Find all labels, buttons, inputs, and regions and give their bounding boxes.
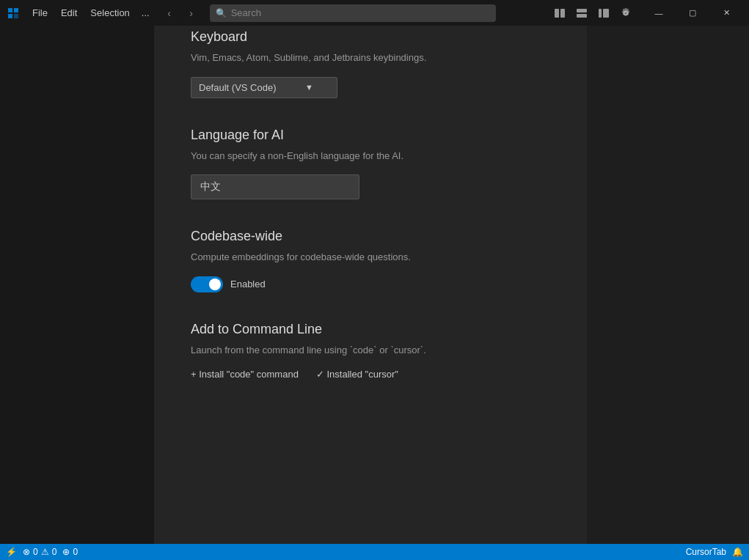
menu-edit[interactable]: Edit (55, 5, 83, 21)
status-right: CursorTab 🔔 (686, 547, 743, 557)
warning-count: 0 (52, 547, 57, 557)
svg-rect-5 (560, 9, 565, 18)
menu-more[interactable]: ... (137, 5, 154, 21)
command-items: + Install "code" command ✓ Installed "cu… (191, 369, 550, 380)
bell-icon: 🔔 (732, 547, 743, 557)
keyboard-dropdown[interactable]: Default (VS Code) ▼ (191, 77, 337, 98)
svg-rect-0 (8, 8, 12, 12)
errors-indicator[interactable]: ⊗ 0 ⚠ 0 (23, 547, 56, 557)
bell-button[interactable]: 🔔 (732, 547, 743, 557)
svg-rect-9 (603, 9, 609, 18)
command-line-section: Add to Command Line Launch from the comm… (191, 322, 550, 380)
back-button[interactable]: ‹ (160, 4, 179, 23)
dropdown-arrow-icon: ▼ (305, 83, 313, 92)
keyboard-dropdown-wrapper: Default (VS Code) ▼ (191, 77, 337, 98)
keyboard-section: Keyboard Vim, Emacs, Atom, Sublime, and … (191, 29, 550, 98)
keyboard-description: Vim, Emacs, Atom, Sublime, and Jetbrains… (191, 51, 550, 65)
menu-selection[interactable]: Selection (84, 5, 135, 21)
search-placeholder: Search (231, 7, 261, 18)
command-line-title: Add to Command Line (191, 322, 550, 337)
maximize-button[interactable]: ▢ (676, 0, 709, 26)
layout2-button[interactable] (571, 3, 592, 23)
language-ai-title: Language for AI (191, 128, 550, 143)
settings-button[interactable] (615, 3, 636, 23)
command-line-description: Launch from the command line using `code… (191, 343, 550, 358)
language-ai-input[interactable] (191, 174, 359, 199)
warning-icon: ⚠ (41, 547, 49, 557)
language-ai-description: You can specify a non-English language f… (191, 149, 550, 163)
left-sidebar-bg (0, 26, 154, 544)
install-code-button[interactable]: + Install "code" command (191, 369, 299, 380)
toggle-label: Enabled (230, 279, 266, 290)
port-count: 0 (73, 547, 78, 557)
svg-rect-8 (599, 9, 602, 18)
remote-indicator[interactable]: ⚡ (6, 547, 17, 557)
toggle-thumb (209, 279, 221, 290)
settings-panel: Keyboard Vim, Emacs, Atom, Sublime, and … (154, 0, 587, 560)
search-icon: 🔍 (216, 8, 227, 18)
window-controls: — ▢ ✕ (642, 0, 743, 26)
search-bar[interactable]: 🔍 Search (210, 4, 496, 22)
remote-icon: ⚡ (6, 547, 17, 557)
toggle-track[interactable] (191, 276, 223, 292)
keyboard-title: Keyboard (191, 29, 550, 45)
port-indicator[interactable]: ⊕ 0 (62, 547, 78, 557)
svg-rect-1 (14, 8, 18, 12)
codebase-wide-title: Codebase-wide (191, 229, 550, 244)
keyboard-dropdown-value: Default (VS Code) (199, 82, 277, 93)
right-bg (587, 26, 749, 544)
cursor-tab-indicator[interactable]: CursorTab (686, 547, 726, 557)
codebase-wide-description: Compute embeddings for codebase-wide que… (191, 250, 550, 265)
layout1-button[interactable] (549, 3, 570, 23)
menu-bar: File Edit Selection ... (26, 5, 154, 21)
close-button[interactable]: ✕ (709, 0, 743, 26)
error-icon: ⊗ (23, 547, 30, 557)
port-icon: ⊕ (62, 547, 70, 557)
title-bar: File Edit Selection ... ‹ › 🔍 Search — ▢ (0, 0, 749, 26)
svg-rect-3 (14, 14, 18, 18)
svg-rect-4 (555, 9, 559, 18)
codebase-wide-section: Codebase-wide Compute embeddings for cod… (191, 229, 550, 292)
forward-button[interactable]: › (182, 4, 201, 23)
minimize-button[interactable]: — (642, 0, 676, 26)
nav-buttons: ‹ › (160, 4, 201, 23)
status-bar: ⚡ ⊗ 0 ⚠ 0 ⊕ 0 CursorTab 🔔 (0, 544, 749, 560)
status-left: ⚡ ⊗ 0 ⚠ 0 ⊕ 0 (6, 547, 78, 557)
error-count: 0 (33, 547, 38, 557)
title-bar-actions (549, 3, 636, 23)
installed-cursor-label: ✓ Installed "cursor" (316, 369, 398, 380)
svg-rect-2 (8, 14, 12, 18)
codebase-toggle[interactable] (191, 276, 223, 292)
svg-rect-7 (577, 14, 587, 18)
language-ai-section: Language for AI You can specify a non-En… (191, 128, 550, 200)
menu-file[interactable]: File (26, 5, 54, 21)
app-icon (6, 6, 21, 21)
toggle-container: Enabled (191, 276, 550, 292)
layout3-button[interactable] (593, 3, 614, 23)
cursor-tab-label: CursorTab (686, 547, 726, 557)
svg-rect-6 (577, 9, 587, 12)
